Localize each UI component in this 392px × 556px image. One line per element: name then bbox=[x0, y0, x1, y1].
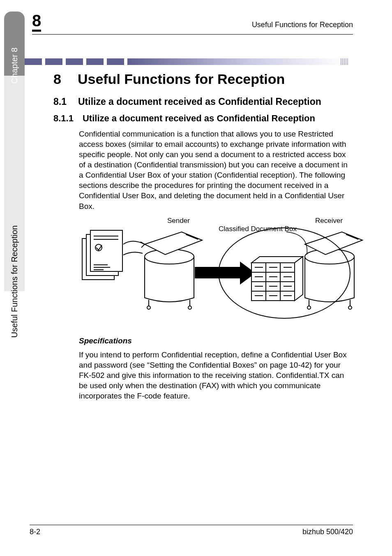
section-heading: 8.1 Utilize a document received as Confi… bbox=[53, 96, 353, 107]
svg-point-26 bbox=[147, 306, 150, 309]
running-title: Useful Functions for Reception bbox=[43, 21, 353, 32]
confidential-diagram: Sender Receiver Classified Document Box bbox=[79, 215, 353, 324]
diagram-receiver-label: Receiver bbox=[315, 217, 343, 225]
specifications-paragraph: If you intend to perform Confidential re… bbox=[79, 350, 353, 401]
svg-rect-1 bbox=[45, 58, 62, 65]
svg-point-28 bbox=[188, 306, 191, 309]
decorative-bar bbox=[25, 57, 353, 66]
chapter-title: 8 Useful Functions for Reception bbox=[53, 71, 353, 87]
section-title: Utilize a document received as Confident… bbox=[78, 96, 353, 107]
svg-rect-2 bbox=[66, 58, 83, 65]
footer-page-number: 8-2 bbox=[30, 528, 40, 536]
svg-rect-3 bbox=[86, 58, 104, 65]
section-number: 8.1 bbox=[53, 96, 67, 107]
svg-rect-4 bbox=[107, 58, 124, 65]
footer-model: bizhub 500/420 bbox=[302, 528, 353, 536]
svg-rect-0 bbox=[25, 58, 42, 65]
svg-marker-59 bbox=[295, 257, 303, 301]
subsection-number: 8.1.1 bbox=[53, 113, 74, 124]
svg-point-36 bbox=[348, 306, 352, 309]
chapter-title-number: 8 bbox=[53, 71, 61, 87]
subsection-heading: 8.1.1 Utilize a document received as Con… bbox=[53, 113, 353, 124]
svg-point-34 bbox=[307, 306, 311, 309]
page-header: 8 Useful Functions for Reception bbox=[32, 12, 353, 35]
body-paragraph-1: Confidential communication is a function… bbox=[79, 129, 353, 211]
diagram-sender-label: Sender bbox=[167, 217, 190, 225]
chapter-title-text: Useful Functions for Reception bbox=[78, 71, 285, 87]
page: 8 Useful Functions for Reception bbox=[0, 0, 392, 556]
chapter-number-badge: 8 bbox=[32, 12, 41, 32]
svg-rect-5 bbox=[127, 58, 345, 65]
specifications-heading: Specifications bbox=[79, 336, 353, 345]
svg-marker-58 bbox=[251, 257, 303, 263]
subsection-title: Utilize a document received as Confident… bbox=[83, 113, 315, 124]
page-footer: 8-2 bizhub 500/420 bbox=[30, 525, 353, 536]
svg-rect-31 bbox=[195, 267, 240, 278]
